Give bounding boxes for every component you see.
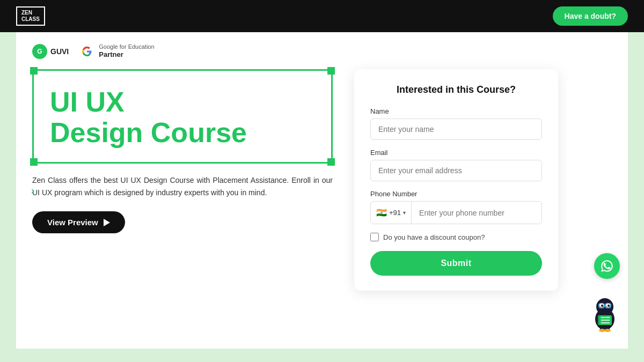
discount-checkbox[interactable]	[370, 233, 379, 241]
zen-class-logo: ZEN CLASS	[16, 6, 45, 26]
email-group: Email	[370, 149, 542, 181]
google-partner: Google for Education Partner	[79, 43, 154, 60]
google-icon	[79, 44, 94, 59]
phone-label: Phone Number	[370, 190, 542, 198]
whatsapp-button[interactable]	[594, 253, 620, 279]
name-label: Name	[370, 107, 542, 115]
submit-button[interactable]: Submit	[370, 251, 542, 276]
svg-point-15	[604, 329, 611, 332]
phone-row: 🇮🇳 +91 ▾	[370, 201, 542, 224]
mascot	[586, 290, 624, 333]
email-input[interactable]	[370, 160, 542, 181]
phone-input[interactable]	[412, 203, 541, 223]
svg-rect-8	[598, 315, 599, 325]
right-column: Interested in this Course? Name Email Ph…	[354, 69, 558, 291]
discount-row: Do you have a discount coupon?	[370, 233, 542, 241]
phone-code: +91	[389, 209, 401, 217]
partners-row: G GUVI Google for Education Partner	[32, 43, 612, 60]
have-doubt-button[interactable]: Have a doubt?	[553, 6, 628, 26]
india-flag: 🇮🇳	[376, 208, 387, 218]
svg-point-5	[601, 305, 603, 307]
course-description: Zen Class offers the best UI UX Design C…	[32, 174, 333, 200]
form-card: Interested in this Course? Name Email Ph…	[354, 69, 558, 291]
guvi-logo: G GUVI	[32, 44, 69, 59]
course-title-line2: Design Course	[50, 117, 315, 148]
chevron-down-icon: ▾	[403, 210, 406, 216]
columns-layout: UI UX Design Course Zen Class offers the…	[32, 69, 612, 291]
play-icon	[104, 219, 110, 226]
corner-bl	[30, 158, 38, 166]
email-label: Email	[370, 149, 542, 157]
view-preview-button[interactable]: View Preview	[32, 211, 125, 233]
course-title-box: UI UX Design Course	[32, 69, 333, 163]
whatsapp-icon	[600, 259, 614, 273]
discount-label: Do you have a discount coupon?	[383, 233, 485, 241]
main-content: G GUVI Google for Education Partner ›	[16, 32, 628, 349]
course-title-line1: UI UX	[50, 87, 315, 117]
name-group: Name	[370, 107, 542, 140]
name-input[interactable]	[370, 119, 542, 140]
arrow-indicator: ›	[31, 185, 34, 196]
guvi-icon: G	[32, 44, 47, 59]
svg-point-6	[608, 305, 610, 307]
google-partner-text: Google for Education Partner	[99, 43, 154, 60]
phone-group: Phone Number 🇮🇳 +91 ▾	[370, 190, 542, 224]
mascot-svg	[586, 290, 624, 333]
phone-prefix[interactable]: 🇮🇳 +91 ▾	[371, 202, 412, 224]
corner-tr	[327, 67, 335, 75]
form-title: Interested in this Course?	[370, 84, 542, 95]
navbar: ZEN CLASS Have a doubt?	[0, 0, 644, 32]
left-column: UI UX Design Course Zen Class offers the…	[32, 69, 333, 233]
guvi-label: GUVI	[50, 47, 69, 56]
